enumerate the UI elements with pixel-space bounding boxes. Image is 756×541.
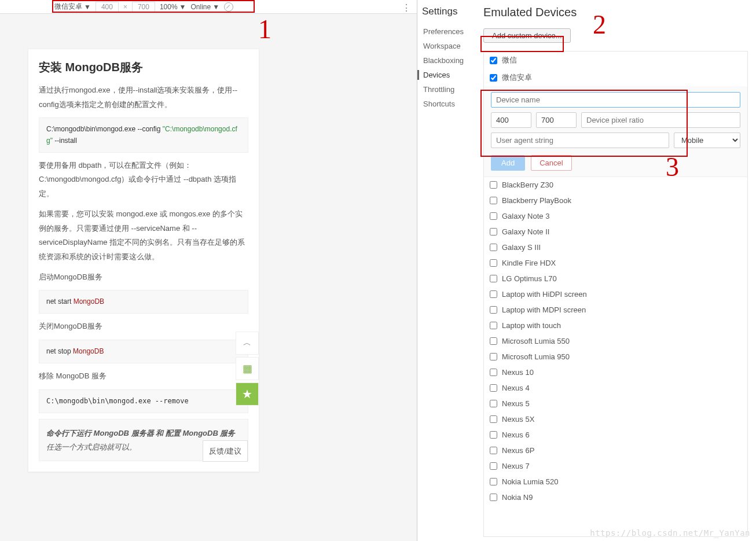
code-block: net start MongoDB	[39, 290, 248, 314]
floating-buttons: ︿ ▦ ★	[236, 332, 259, 408]
device-item[interactable]: Nokia Lumia 520	[484, 474, 747, 490]
device-checkbox[interactable]	[490, 447, 497, 454]
device-label: Nexus 10	[502, 368, 534, 377]
device-checkbox[interactable]	[490, 369, 497, 376]
emulated-devices-heading: Emulated Devices	[483, 6, 748, 19]
device-checkbox[interactable]	[490, 197, 497, 204]
device-checkbox[interactable]	[490, 74, 497, 82]
device-selector[interactable]: 微信安卓 ▼	[54, 2, 91, 12]
viewport-area: 安装 MongoDB服务 通过执行mongod.exe，使用--install选…	[0, 14, 417, 472]
nav-item-preferences[interactable]: Preferences	[422, 24, 471, 39]
device-name-label: 微信安卓	[54, 2, 82, 12]
height-input[interactable]	[132, 2, 155, 12]
device-label: BlackBerry Z30	[502, 181, 553, 189]
device-name-input[interactable]	[491, 92, 740, 108]
device-checkbox[interactable]	[490, 400, 497, 407]
device-checkbox[interactable]	[490, 462, 497, 470]
nav-item-devices[interactable]: Devices	[422, 68, 471, 82]
device-checkbox[interactable]	[490, 494, 497, 501]
device-item[interactable]: Nexus 5	[484, 396, 747, 411]
device-checkbox[interactable]	[490, 228, 497, 235]
nav-item-blackboxing[interactable]: Blackboxing	[422, 53, 471, 68]
device-item[interactable]: Nexus 5X	[484, 411, 747, 427]
scroll-top-button[interactable]: ︿	[236, 332, 259, 355]
device-checkbox[interactable]	[490, 337, 497, 345]
device-item[interactable]: Laptop with HiDPI screen	[484, 286, 747, 302]
device-checkbox[interactable]	[490, 244, 497, 251]
device-item[interactable]: LG Optimus L70	[484, 271, 747, 286]
device-item[interactable]: Galaxy S III	[484, 240, 747, 255]
device-type-select[interactable]: Mobile	[674, 133, 740, 148]
throttling-label: Online	[191, 3, 211, 11]
device-label: Nokia N9	[502, 493, 533, 502]
device-checkbox[interactable]	[490, 290, 497, 298]
device-checkbox[interactable]	[490, 431, 497, 439]
cancel-button[interactable]: Cancel	[531, 155, 571, 171]
device-checkbox[interactable]	[490, 353, 497, 360]
device-item[interactable]: Nexus 4	[484, 380, 747, 396]
device-item[interactable]: Microsoft Lumia 950	[484, 349, 747, 365]
device-item[interactable]: Galaxy Note 3	[484, 208, 747, 224]
paragraph: 移除 MongoDB 服务	[39, 369, 248, 384]
device-label: Galaxy Note II	[502, 227, 549, 236]
device-checkbox[interactable]	[490, 384, 497, 392]
device-checkbox[interactable]	[490, 415, 497, 423]
chevron-down-icon: ▼	[179, 3, 186, 11]
device-label: Galaxy Note 3	[502, 212, 549, 220]
nav-item-shortcuts[interactable]: Shortcuts	[422, 97, 471, 111]
device-label: Laptop with HiDPI screen	[502, 290, 587, 299]
rotate-icon[interactable]	[224, 2, 233, 12]
device-pixel-ratio-input[interactable]	[581, 112, 740, 128]
device-checkbox[interactable]	[490, 181, 497, 189]
annotation-number-2: 2	[593, 9, 606, 40]
add-button[interactable]: Add	[491, 155, 525, 171]
device-label: Nexus 7	[502, 462, 530, 470]
device-item[interactable]: Kindle Fire HDX	[484, 255, 747, 271]
device-label: Kindle Fire HDX	[502, 259, 556, 267]
add-custom-device-button[interactable]: Add custom device...	[483, 28, 571, 43]
device-item[interactable]: 微信安卓	[484, 69, 747, 86]
device-label: 微信安卓	[502, 72, 532, 83]
device-checkbox[interactable]	[490, 275, 497, 282]
device-width-input[interactable]	[491, 112, 531, 128]
nav-item-workspace[interactable]: Workspace	[422, 39, 471, 53]
device-item[interactable]: Nexus 6P	[484, 443, 747, 458]
device-checkbox[interactable]	[490, 259, 497, 267]
device-item[interactable]: Nexus 7	[484, 458, 747, 474]
feedback-button[interactable]: 反馈/建议	[203, 440, 248, 462]
kebab-menu-icon[interactable]: ⋮	[402, 2, 411, 13]
user-agent-input[interactable]	[491, 133, 669, 148]
device-item[interactable]: 微信	[484, 51, 747, 69]
qrcode-button[interactable]: ▦	[236, 357, 259, 380]
device-item[interactable]: Laptop with MDPI screen	[484, 302, 747, 318]
device-height-input[interactable]	[536, 112, 577, 128]
device-item[interactable]: Nexus 10	[484, 365, 747, 380]
paragraph: 通过执行mongod.exe，使用--install选项来安装服务，使用--co…	[39, 83, 248, 112]
device-item[interactable]: Microsoft Lumia 550	[484, 333, 747, 349]
device-item[interactable]: Nexus 6	[484, 427, 747, 443]
device-item[interactable]: BlackBerry Z30	[484, 177, 747, 193]
width-input[interactable]	[96, 2, 119, 12]
device-checkbox[interactable]	[490, 57, 497, 64]
paragraph: 如果需要，您可以安装 mongod.exe 或 mongos.exe 的多个实例…	[39, 207, 248, 264]
device-checkbox[interactable]	[490, 478, 497, 485]
device-item[interactable]: Nokia N9	[484, 490, 747, 505]
device-checkbox[interactable]	[490, 306, 497, 314]
nav-item-throttling[interactable]: Throttling	[422, 82, 471, 97]
favorite-button[interactable]: ★	[236, 382, 259, 406]
zoom-selector[interactable]: 100% ▼	[160, 3, 186, 11]
device-list[interactable]: 微信微信安卓 Mobile Add Cancel	[483, 51, 748, 537]
chevron-up-icon: ︿	[243, 338, 251, 348]
throttling-selector[interactable]: Online ▼	[191, 3, 220, 11]
device-item[interactable]: Blackberry PlayBook	[484, 193, 747, 208]
settings-title: Settings	[422, 6, 471, 17]
device-item[interactable]: Laptop with touch	[484, 318, 747, 333]
device-checkbox[interactable]	[490, 322, 497, 329]
device-checkbox[interactable]	[490, 212, 497, 220]
device-emulation-panel: 微信安卓 ▼ × 100% ▼ Online ▼ ⋮ 1 安装 MongoDB服…	[0, 0, 417, 541]
devtools-settings-panel: Settings PreferencesWorkspaceBlackboxing…	[417, 0, 756, 541]
device-label: Laptop with MDPI screen	[502, 306, 586, 314]
device-item[interactable]: Galaxy Note II	[484, 224, 747, 240]
annotation-number-3: 3	[666, 152, 679, 182]
device-label: Blackberry PlayBook	[502, 196, 571, 205]
